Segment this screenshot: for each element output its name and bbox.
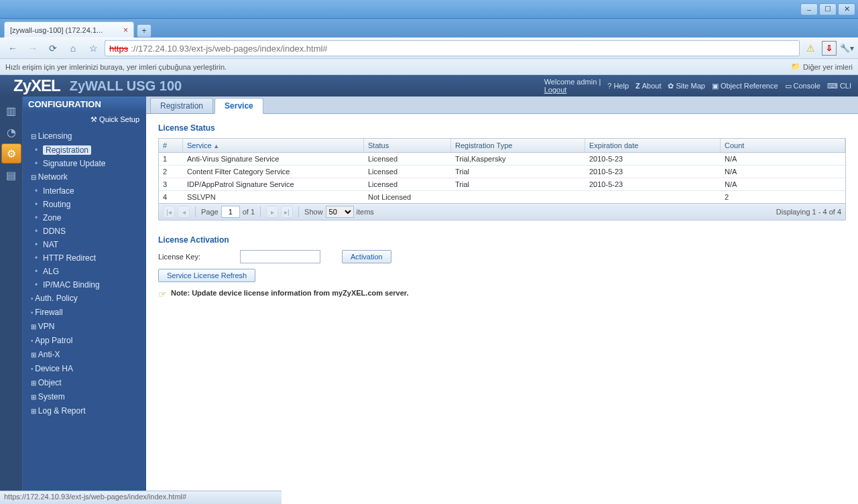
nav-item-firewall[interactable]: Firewall bbox=[23, 306, 146, 320]
nav-item-device-ha[interactable]: Device HA bbox=[23, 362, 146, 376]
nav-item-zone[interactable]: Zone bbox=[23, 211, 146, 225]
console-link[interactable]: ▭ Console bbox=[785, 82, 820, 90]
app-body: ▥ ◔ ⚙ ▤ CONFIGURATION Quick Setup Licens… bbox=[0, 97, 858, 504]
displaying-text: Displaying 1 - 4 of 4 bbox=[776, 208, 841, 216]
address-bar[interactable]: https://172.24.10.93/ext-js/web-pages/in… bbox=[105, 40, 800, 56]
show-label: Show bbox=[304, 208, 323, 216]
table-row[interactable]: 4SSLVPNNot Licensed2 bbox=[159, 191, 845, 203]
app-header: ZyXEL ZyWALL USG 100 Welcome admin | Log… bbox=[0, 75, 858, 97]
activation-button[interactable]: Activation bbox=[342, 250, 391, 263]
url-scheme: https bbox=[109, 44, 128, 54]
maintenance-icon[interactable]: ▤ bbox=[1, 165, 21, 185]
grid-paging-toolbar: |◂ ◂ Page of 1 ▸ ▸| Show 50 items Displa… bbox=[159, 203, 845, 220]
col-status[interactable]: Status bbox=[364, 139, 451, 152]
sitemap-link[interactable]: ✿ Site Map bbox=[668, 82, 704, 90]
nav-item-interface[interactable]: Interface bbox=[23, 184, 146, 198]
window-maximize-button[interactable]: ☐ bbox=[819, 3, 837, 15]
monitor-icon[interactable]: ◔ bbox=[1, 122, 21, 142]
window-titlebar: – ☐ ✕ bbox=[0, 0, 858, 19]
sidebar: CONFIGURATION Quick Setup LicensingRegis… bbox=[23, 97, 146, 504]
hand-pointer-icon: ☞ bbox=[158, 289, 167, 300]
back-button[interactable]: ← bbox=[4, 40, 21, 56]
download-icon[interactable]: ⇩ bbox=[822, 41, 837, 56]
table-row[interactable]: 2Content Filter Category ServiceLicensed… bbox=[159, 166, 845, 178]
browser-tab-title: [zywall-usg-100] (172.24.1... bbox=[10, 26, 103, 34]
page-input[interactable] bbox=[221, 206, 240, 218]
col-service[interactable]: Service bbox=[183, 139, 364, 152]
tab-service[interactable]: Service bbox=[214, 98, 263, 114]
browser-toolbar: ← → ⟳ ⌂ ☆ https://172.24.10.93/ext-js/we… bbox=[0, 38, 858, 59]
home-button[interactable]: ⌂ bbox=[64, 40, 82, 56]
logo: ZyXEL bbox=[13, 76, 60, 95]
nav-item-log-report[interactable]: Log & Report bbox=[23, 404, 146, 418]
browser-tab[interactable]: [zywall-usg-100] (172.24.1... × bbox=[4, 21, 134, 38]
nav-item-network[interactable]: Network bbox=[23, 170, 146, 184]
nav-tree: LicensingRegistrationSignature UpdateNet… bbox=[23, 129, 146, 418]
license-activation-title: License Activation bbox=[158, 235, 846, 245]
col-expiration[interactable]: Expiration date bbox=[585, 139, 721, 152]
sidebar-title: CONFIGURATION bbox=[23, 97, 146, 113]
nav-item-anti-x[interactable]: Anti-X bbox=[23, 348, 146, 362]
content-area: Registration Service License Status # Se… bbox=[146, 97, 858, 504]
close-icon[interactable]: × bbox=[123, 25, 128, 35]
new-tab-button[interactable]: + bbox=[137, 24, 151, 38]
nav-item-object[interactable]: Object bbox=[23, 376, 146, 390]
nav-item-app-patrol[interactable]: App Patrol bbox=[23, 334, 146, 348]
left-iconbar: ▥ ◔ ⚙ ▤ bbox=[0, 97, 23, 504]
other-bookmarks[interactable]: 📁 Diğer yer imleri bbox=[791, 62, 853, 71]
configuration-icon[interactable]: ⚙ bbox=[1, 143, 21, 164]
window-minimize-button[interactable]: – bbox=[800, 3, 818, 15]
nav-item-ddns[interactable]: DDNS bbox=[23, 225, 146, 238]
nav-item-alg[interactable]: ALG bbox=[23, 265, 146, 278]
forward-button[interactable]: → bbox=[24, 40, 42, 56]
nav-item-signature-update[interactable]: Signature Update bbox=[23, 157, 146, 170]
dashboard-icon[interactable]: ▥ bbox=[1, 101, 21, 121]
help-link[interactable]: ? Help bbox=[607, 82, 629, 90]
prev-page-button[interactable]: ◂ bbox=[178, 206, 190, 218]
welcome-text: Welcome admin | Logout bbox=[544, 78, 601, 94]
settings-wrench-icon[interactable]: 🔧▾ bbox=[839, 41, 854, 56]
next-page-button[interactable]: ▸ bbox=[266, 206, 278, 218]
nav-item-routing[interactable]: Routing bbox=[23, 198, 146, 211]
last-page-button[interactable]: ▸| bbox=[281, 206, 293, 218]
bookmark-star-button[interactable]: ☆ bbox=[84, 40, 102, 56]
warning-icon[interactable]: ⚠ bbox=[806, 43, 815, 54]
nav-item-http-redirect[interactable]: HTTP Redirect bbox=[23, 251, 146, 265]
bookmark-bar: Hızlı erişim için yer imlerinizi buraya,… bbox=[0, 59, 858, 75]
nav-item-auth-policy[interactable]: Auth. Policy bbox=[23, 292, 146, 306]
browser-tabbar: [zywall-usg-100] (172.24.1... × + bbox=[0, 19, 858, 38]
url-rest: ://172.24.10.93/ext-js/web-pages/index/i… bbox=[131, 44, 327, 54]
quick-setup-link[interactable]: Quick Setup bbox=[23, 113, 146, 129]
tab-registration[interactable]: Registration bbox=[150, 98, 213, 113]
page-of: of 1 bbox=[243, 208, 255, 216]
reload-button[interactable]: ⟳ bbox=[44, 40, 62, 56]
window-close-button[interactable]: ✕ bbox=[838, 3, 855, 15]
nav-item-vpn[interactable]: VPN bbox=[23, 320, 146, 334]
license-status-title: License Status bbox=[158, 123, 846, 133]
nav-item-nat[interactable]: NAT bbox=[23, 238, 146, 251]
first-page-button[interactable]: |◂ bbox=[163, 206, 175, 218]
object-reference-link[interactable]: ▣ Object Reference bbox=[712, 82, 778, 90]
grid-header: # Service Status Registration Type Expir… bbox=[159, 139, 845, 153]
nav-item-ip-mac-binding[interactable]: IP/MAC Binding bbox=[23, 278, 146, 292]
page-size-select[interactable]: 50 bbox=[326, 206, 354, 218]
col-count[interactable]: Count bbox=[721, 139, 845, 152]
nav-item-registration[interactable]: Registration bbox=[23, 143, 146, 157]
about-link[interactable]: Z About bbox=[635, 82, 661, 90]
table-row[interactable]: 1Anti-Virus Signature ServiceLicensedTri… bbox=[159, 153, 845, 166]
product-name: ZyWALL USG 100 bbox=[70, 78, 182, 94]
content-tabs: Registration Service bbox=[146, 97, 858, 114]
browser-statusbar: https://172.24.10.93/ext-js/web-pages/in… bbox=[0, 491, 282, 504]
col-regtype[interactable]: Registration Type bbox=[451, 139, 585, 152]
nav-item-system[interactable]: System bbox=[23, 390, 146, 404]
table-row[interactable]: 3IDP/AppPatrol Signature ServiceLicensed… bbox=[159, 178, 845, 191]
service-license-refresh-button[interactable]: Service License Refresh bbox=[158, 269, 255, 282]
nav-item-licensing[interactable]: Licensing bbox=[23, 129, 146, 143]
license-status-grid: # Service Status Registration Type Expir… bbox=[158, 138, 846, 220]
col-number[interactable]: # bbox=[159, 139, 183, 152]
license-key-label: License Key: bbox=[158, 253, 232, 261]
cli-link[interactable]: ⌨ CLI bbox=[827, 82, 851, 90]
license-key-input[interactable] bbox=[240, 250, 320, 263]
bookmark-hint: Hızlı erişim için yer imlerinizi buraya,… bbox=[5, 63, 227, 71]
logout-link[interactable]: Logout bbox=[544, 86, 601, 94]
